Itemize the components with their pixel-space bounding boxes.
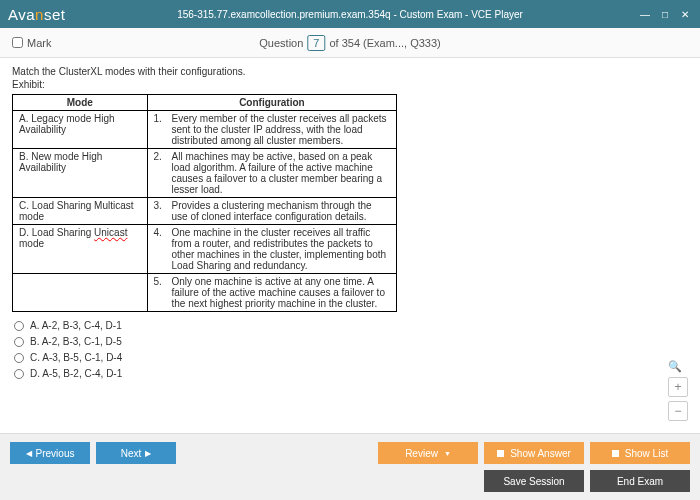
- btn-label: End Exam: [617, 476, 663, 487]
- btn-label: Review: [405, 448, 438, 459]
- cfg-cell: 3.Provides a clustering mechanism throug…: [147, 198, 397, 225]
- question-indicator: Question 7 of 354 (Exam..., Q333): [259, 35, 440, 51]
- cfg-num: 4.: [154, 227, 172, 271]
- square-icon: [612, 450, 619, 457]
- logo-part: set: [44, 6, 66, 23]
- mode-cell: D. Load Sharing Unicast mode: [13, 225, 148, 274]
- zoom-controls: 🔍 + −: [668, 360, 688, 421]
- mark-label: Mark: [27, 37, 51, 49]
- question-total: of 354 (Exam..., Q333): [329, 37, 440, 49]
- table-row: C. Load Sharing Multicast mode 3.Provide…: [13, 198, 397, 225]
- footer: Previous Next Review Show Answer Show Li…: [0, 433, 700, 500]
- btn-label: Next: [121, 448, 142, 459]
- cfg-text: Only one machine is active at any one ti…: [172, 276, 391, 309]
- cfg-cell: 2.All machines may be active, based on a…: [147, 149, 397, 198]
- option-b[interactable]: B. A-2, B-3, C-1, D-5: [14, 334, 688, 350]
- minimize-icon[interactable]: —: [638, 7, 652, 21]
- cfg-cell: 5.Only one machine is active at any one …: [147, 274, 397, 312]
- logo-part: Ava: [8, 6, 35, 23]
- cfg-cell: 1.Every member of the cluster receives a…: [147, 111, 397, 149]
- table-row: D. Load Sharing Unicast mode 4.One machi…: [13, 225, 397, 274]
- next-button[interactable]: Next: [96, 442, 176, 464]
- cfg-num: 2.: [154, 151, 172, 195]
- option-label: C. A-3, B-5, C-1, D-4: [30, 350, 122, 366]
- cfg-num: 5.: [154, 276, 172, 309]
- zoom-out-button[interactable]: −: [668, 401, 688, 421]
- review-button[interactable]: Review: [378, 442, 478, 464]
- option-a[interactable]: A. A-2, B-3, C-4, D-1: [14, 318, 688, 334]
- table-row: 5.Only one machine is active at any one …: [13, 274, 397, 312]
- cfg-cell: 4.One machine in the cluster receives al…: [147, 225, 397, 274]
- radio-d[interactable]: [14, 369, 24, 379]
- logo-part: n: [35, 6, 44, 23]
- option-label: D. A-5, B-2, C-4, D-1: [30, 366, 122, 382]
- cfg-text: Provides a clustering mechanism through …: [172, 200, 391, 222]
- question-bar: Mark Question 7 of 354 (Exam..., Q333): [0, 28, 700, 58]
- exhibit-table: Mode Configuration A. Legacy mode High A…: [12, 94, 397, 312]
- previous-button[interactable]: Previous: [10, 442, 90, 464]
- question-label: Question: [259, 37, 303, 49]
- titlebar: Avanset 156-315.77.examcollection.premiu…: [0, 0, 700, 28]
- cfg-num: 3.: [154, 200, 172, 222]
- mode-cell: A. Legacy mode High Availability: [13, 111, 148, 149]
- maximize-icon[interactable]: □: [658, 7, 672, 21]
- option-label: A. A-2, B-3, C-4, D-1: [30, 318, 122, 334]
- cfg-text: One machine in the cluster receives all …: [172, 227, 391, 271]
- mode-cell: B. New mode High Availability: [13, 149, 148, 198]
- btn-label: Show List: [625, 448, 668, 459]
- cfg-num: 1.: [154, 113, 172, 146]
- table-head-mode: Mode: [13, 95, 148, 111]
- app-logo: Avanset: [8, 6, 65, 23]
- cfg-text: Every member of the cluster receives all…: [172, 113, 391, 146]
- option-d[interactable]: D. A-5, B-2, C-4, D-1: [14, 366, 688, 382]
- table-row: A. Legacy mode High Availability 1.Every…: [13, 111, 397, 149]
- mode-cell: [13, 274, 148, 312]
- show-answer-button[interactable]: Show Answer: [484, 442, 584, 464]
- mark-checkbox-input[interactable]: [12, 37, 23, 48]
- question-prompt: Match the ClusterXL modes with their con…: [12, 66, 688, 77]
- mode-cell: C. Load Sharing Multicast mode: [13, 198, 148, 225]
- radio-a[interactable]: [14, 321, 24, 331]
- window-title: 156-315.77.examcollection.premium.exam.3…: [177, 9, 523, 20]
- question-number: 7: [307, 35, 325, 51]
- answer-options: A. A-2, B-3, C-4, D-1 B. A-2, B-3, C-1, …: [12, 318, 688, 382]
- btn-label: Previous: [36, 448, 75, 459]
- show-list-button[interactable]: Show List: [590, 442, 690, 464]
- radio-b[interactable]: [14, 337, 24, 347]
- radio-c[interactable]: [14, 353, 24, 363]
- btn-label: Save Session: [503, 476, 564, 487]
- exhibit-label: Exhibit:: [12, 79, 688, 90]
- zoom-in-button[interactable]: +: [668, 377, 688, 397]
- cfg-text: All machines may be active, based on a p…: [172, 151, 391, 195]
- square-icon: [497, 450, 504, 457]
- btn-label: Show Answer: [510, 448, 571, 459]
- table-head-cfg: Configuration: [147, 95, 397, 111]
- option-label: B. A-2, B-3, C-1, D-5: [30, 334, 122, 350]
- magnifier-icon[interactable]: 🔍: [668, 360, 688, 373]
- content-area: Match the ClusterXL modes with their con…: [0, 58, 700, 433]
- mark-checkbox[interactable]: Mark: [12, 37, 51, 49]
- save-session-button[interactable]: Save Session: [484, 470, 584, 492]
- close-icon[interactable]: ✕: [678, 7, 692, 21]
- table-row: B. New mode High Availability 2.All mach…: [13, 149, 397, 198]
- option-c[interactable]: C. A-3, B-5, C-1, D-4: [14, 350, 688, 366]
- window-controls: — □ ✕: [638, 7, 692, 21]
- end-exam-button[interactable]: End Exam: [590, 470, 690, 492]
